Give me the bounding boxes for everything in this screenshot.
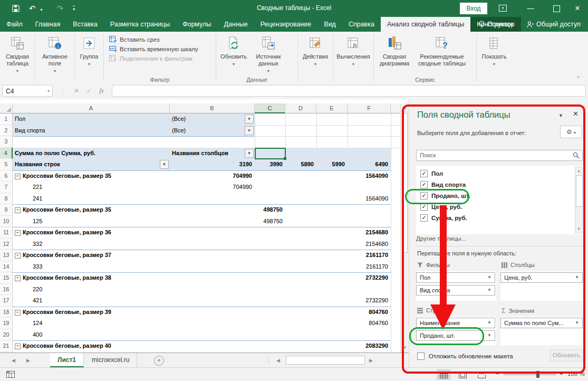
show-button[interactable]: Показать▾ [478, 34, 510, 68]
cell-B1[interactable]: (Все) [172, 113, 252, 125]
area-chip-цена-руб-[interactable]: Цена, руб.▼ [500, 272, 583, 283]
cell-A6[interactable]: −Кроссовки беговые, размер 35 [15, 170, 167, 182]
sheet-nav-prev-icon[interactable]: ◀ [12, 353, 15, 368]
cell-A11[interactable]: −Кроссовки беговые, размер 36 [15, 227, 167, 239]
chip-dropdown-icon[interactable]: ▼ [487, 273, 491, 282]
active-field-button[interactable]: i Активное поле▾ [36, 34, 73, 74]
scroll-down-icon[interactable]: ▼ [401, 344, 409, 352]
cell-B7[interactable]: 704990 [172, 182, 252, 193]
field-checkbox[interactable]: ✓ [420, 192, 428, 199]
column-header-D[interactable]: D [285, 103, 316, 113]
rows-zone[interactable]: Наименование▼Продано, шт.▼ [416, 317, 496, 345]
values-zone[interactable]: Сумма по полю Сум...▼ [500, 317, 584, 345]
ribbon-tab-формулы[interactable]: Формулы [176, 17, 217, 32]
page-break-view-icon[interactable] [475, 369, 488, 380]
cell-F5[interactable]: 6490 [350, 159, 388, 170]
page-layout-view-icon[interactable] [456, 369, 469, 380]
close-button[interactable]: ✕ [565, 0, 588, 17]
ribbon-tab-справка[interactable]: Справка [342, 17, 381, 32]
cell-F14[interactable]: 2161170 [350, 261, 388, 273]
chip-dropdown-icon[interactable]: ▼ [487, 331, 491, 340]
column-header-E[interactable]: E [316, 103, 348, 113]
tab-splitter[interactable]: ⋮ [266, 353, 271, 368]
cell-F13[interactable]: 2161170 [350, 250, 388, 261]
tell-me-item[interactable]: Помощн [474, 21, 518, 28]
field-checkbox[interactable]: ✓ [420, 170, 428, 177]
calculations-button[interactable]: fx Вычисления▾ [334, 34, 372, 68]
cell-F15[interactable]: 2732290 [350, 272, 388, 284]
horizontal-scrollbar-thumb[interactable] [286, 356, 365, 365]
cell-A16[interactable]: 220 [15, 284, 185, 296]
cell-A20[interactable]: 400 [15, 329, 185, 341]
insert-function-icon[interactable]: fx [99, 87, 104, 95]
column-header-B[interactable]: B [170, 103, 255, 113]
row-header-1[interactable]: 1 [0, 113, 13, 125]
collapse-icon[interactable]: − [15, 310, 21, 316]
cell-A15[interactable]: −Кроссовки беговые, размер 38 [15, 272, 167, 284]
cell-F11[interactable]: 2154680 [350, 227, 388, 239]
cell-F22[interactable]: 2083290 [350, 352, 388, 353]
cell-A8[interactable]: 241 [15, 193, 185, 205]
cell-F18[interactable]: 804760 [350, 307, 388, 318]
scroll-up-icon[interactable]: ▲ [401, 103, 409, 112]
ribbon-tab-анализ-сводной-таблицы[interactable]: Анализ сводной таблицы [381, 17, 470, 32]
cell-A22[interactable]: 321 [15, 352, 185, 353]
filters-zone[interactable]: Пол▼Вид спорта▼ [416, 271, 496, 301]
pane-options-icon[interactable]: ▼ [558, 113, 563, 118]
column-header-A[interactable]: A [13, 103, 170, 113]
row-header-11[interactable]: 11 [0, 227, 13, 239]
field-item-цена-руб-[interactable]: ✓Цена, руб. [420, 201, 462, 212]
cell-E5[interactable]: 5990 [319, 159, 345, 170]
ribbon-tab-данные[interactable]: Данные [218, 17, 254, 32]
cell-A1[interactable]: Пол [15, 113, 167, 125]
actions-button[interactable]: Действия▾ [299, 34, 332, 68]
ribbon-tab-главная[interactable]: Главная [29, 17, 67, 32]
refresh-button[interactable]: Обновить▾ [217, 34, 250, 68]
row-header-15[interactable]: 15 [0, 272, 13, 284]
field-item-вид-спорта[interactable]: ✓Вид спорта [420, 179, 466, 190]
sheet-nav-next-icon[interactable]: ▶ [26, 353, 30, 368]
cell-B6[interactable]: 704990 [172, 170, 252, 182]
horizontal-scrollbar[interactable] [286, 356, 365, 365]
row-header-20[interactable]: 20 [0, 329, 13, 341]
field-checkbox[interactable]: ✓ [420, 214, 428, 222]
vertical-scrollbar-thumb[interactable] [402, 113, 408, 253]
cell-C5[interactable]: 3990 [257, 159, 283, 170]
ribbon-tab-файл[interactable]: Файл [0, 17, 29, 32]
zoom-slider[interactable] [504, 374, 556, 375]
new-sheet-button[interactable]: + [154, 356, 164, 366]
cell-A5[interactable]: Названия строк [15, 159, 167, 170]
cell-F6[interactable]: 1564090 [350, 170, 388, 182]
hscroll-right-icon[interactable]: ▶ [369, 353, 373, 368]
row-header-8[interactable]: 8 [0, 193, 13, 205]
collapse-icon[interactable]: − [15, 230, 21, 236]
tools-gear-button[interactable]: ⚙ ▾ [560, 126, 582, 138]
area-chip-продано-шт-[interactable]: Продано, шт.▼ [416, 330, 495, 341]
row-header-5[interactable]: 5 [0, 159, 13, 170]
row-header-18[interactable]: 18 [0, 307, 13, 318]
normal-view-icon[interactable] [437, 369, 450, 380]
field-list-scroll-down-icon[interactable]: ▼ [575, 225, 582, 233]
cell-F8[interactable]: 1564090 [350, 193, 388, 205]
insert-timeline-button[interactable]: Вставить временную шкалу [109, 45, 198, 53]
chip-dropdown-icon[interactable]: ▼ [487, 285, 491, 295]
cell-A9[interactable]: −Кроссовки беговые, размер 35 [15, 204, 167, 216]
area-chip-сумма-по-полю-сум-[interactable]: Сумма по полю Сум...▼ [500, 318, 583, 328]
ribbon-display-options-icon[interactable] [490, 0, 515, 17]
column-header-G[interactable] [391, 103, 401, 113]
row-header-7[interactable]: 7 [0, 182, 13, 193]
cell-A4[interactable]: Сумма по полю Сумма, руб. [15, 148, 167, 159]
cell-B2[interactable]: (Все) [172, 125, 252, 137]
ribbon-tab-разметка-страницы[interactable]: Разметка страницы [104, 17, 176, 32]
share-item[interactable]: Общий доступ [522, 21, 586, 28]
area-chip-пол[interactable]: Пол▼ [416, 272, 495, 283]
cell-filter-dropdown-icon[interactable]: ▼ [245, 126, 254, 135]
area-chip-наименование[interactable]: Наименование▼ [416, 318, 495, 328]
cell-A10[interactable]: 125 [15, 216, 185, 227]
cell-F17[interactable]: 2732290 [350, 295, 388, 307]
collapse-icon[interactable]: − [15, 207, 21, 213]
collapse-ribbon-icon[interactable]: ⌃ [576, 75, 581, 81]
collapse-icon[interactable]: − [15, 174, 21, 179]
collapse-icon[interactable]: − [15, 344, 21, 349]
pane-close-icon[interactable]: ✕ [573, 110, 579, 118]
